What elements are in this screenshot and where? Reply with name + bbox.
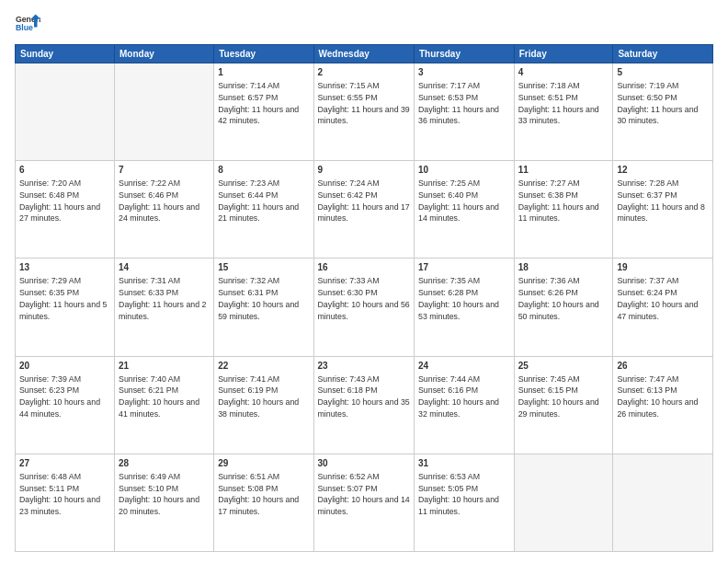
calendar-cell: 4Sunrise: 7:18 AMSunset: 6:51 PMDaylight… xyxy=(514,63,613,161)
calendar-week-4: 27Sunrise: 6:48 AMSunset: 5:11 PMDayligh… xyxy=(16,454,713,551)
calendar-cell: 24Sunrise: 7:44 AMSunset: 6:16 PMDayligh… xyxy=(414,356,514,454)
cell-info: Sunrise: 7:17 AMSunset: 6:53 PMDaylight:… xyxy=(418,80,510,127)
day-number: 27 xyxy=(19,457,110,470)
cell-info: Sunrise: 7:47 AMSunset: 6:13 PMDaylight:… xyxy=(617,373,709,420)
cell-info: Sunrise: 7:43 AMSunset: 6:18 PMDaylight:… xyxy=(318,373,410,420)
col-tuesday: Tuesday xyxy=(214,45,313,63)
calendar-cell: 30Sunrise: 6:52 AMSunset: 5:07 PMDayligh… xyxy=(313,454,414,551)
calendar-cell: 5Sunrise: 7:19 AMSunset: 6:50 PMDaylight… xyxy=(613,63,713,161)
cell-info: Sunrise: 7:23 AMSunset: 6:44 PMDaylight:… xyxy=(218,178,309,224)
cell-info: Sunrise: 7:36 AMSunset: 6:26 PMDaylight:… xyxy=(518,275,609,322)
day-number: 30 xyxy=(318,457,410,470)
col-sunday: Sunday xyxy=(16,45,115,63)
calendar-cell: 22Sunrise: 7:41 AMSunset: 6:19 PMDayligh… xyxy=(214,356,313,454)
day-number: 24 xyxy=(418,360,510,373)
calendar-week-2: 13Sunrise: 7:29 AMSunset: 6:35 PMDayligh… xyxy=(16,259,713,356)
cell-info: Sunrise: 7:14 AMSunset: 6:57 PMDaylight:… xyxy=(218,80,309,127)
cell-info: Sunrise: 7:20 AMSunset: 6:48 PMDaylight:… xyxy=(19,178,110,224)
day-number: 11 xyxy=(518,164,609,177)
cell-info: Sunrise: 7:40 AMSunset: 6:21 PMDaylight:… xyxy=(119,373,210,420)
calendar-cell: 18Sunrise: 7:36 AMSunset: 6:26 PMDayligh… xyxy=(514,259,613,356)
calendar-cell: 20Sunrise: 7:39 AMSunset: 6:23 PMDayligh… xyxy=(16,356,115,454)
col-monday: Monday xyxy=(115,45,214,63)
svg-text:Blue: Blue xyxy=(16,23,33,32)
logo-icon: General Blue xyxy=(15,11,40,37)
calendar-cell: 27Sunrise: 6:48 AMSunset: 5:11 PMDayligh… xyxy=(16,454,115,551)
cell-info: Sunrise: 7:18 AMSunset: 6:51 PMDaylight:… xyxy=(518,80,609,127)
calendar-cell xyxy=(613,454,713,551)
cell-info: Sunrise: 6:48 AMSunset: 5:11 PMDaylight:… xyxy=(19,471,110,518)
cell-info: Sunrise: 7:28 AMSunset: 6:37 PMDaylight:… xyxy=(617,178,709,224)
day-number: 18 xyxy=(518,261,609,274)
calendar-cell: 23Sunrise: 7:43 AMSunset: 6:18 PMDayligh… xyxy=(313,356,414,454)
day-number: 31 xyxy=(418,457,510,470)
day-number: 28 xyxy=(119,457,210,470)
cell-info: Sunrise: 7:41 AMSunset: 6:19 PMDaylight:… xyxy=(218,373,309,420)
col-friday: Friday xyxy=(514,45,613,63)
day-number: 6 xyxy=(19,164,110,177)
day-number: 16 xyxy=(318,261,410,274)
calendar-cell: 13Sunrise: 7:29 AMSunset: 6:35 PMDayligh… xyxy=(16,259,115,356)
logo: General Blue xyxy=(15,11,42,37)
calendar-week-3: 20Sunrise: 7:39 AMSunset: 6:23 PMDayligh… xyxy=(16,356,713,454)
day-number: 8 xyxy=(218,164,309,177)
calendar-week-0: 1Sunrise: 7:14 AMSunset: 6:57 PMDaylight… xyxy=(16,63,713,161)
calendar-cell: 1Sunrise: 7:14 AMSunset: 6:57 PMDaylight… xyxy=(214,63,313,161)
cell-info: Sunrise: 7:37 AMSunset: 6:24 PMDaylight:… xyxy=(617,275,709,322)
day-number: 4 xyxy=(518,66,609,79)
cell-info: Sunrise: 7:45 AMSunset: 6:15 PMDaylight:… xyxy=(518,373,609,420)
cell-info: Sunrise: 7:35 AMSunset: 6:28 PMDaylight:… xyxy=(418,275,510,322)
day-number: 9 xyxy=(318,164,410,177)
header: General Blue xyxy=(15,11,713,37)
cell-info: Sunrise: 7:15 AMSunset: 6:55 PMDaylight:… xyxy=(318,80,410,127)
day-number: 20 xyxy=(19,360,110,373)
day-number: 23 xyxy=(318,360,410,373)
cell-info: Sunrise: 6:52 AMSunset: 5:07 PMDaylight:… xyxy=(318,471,410,518)
calendar-cell: 26Sunrise: 7:47 AMSunset: 6:13 PMDayligh… xyxy=(613,356,713,454)
calendar-cell xyxy=(514,454,613,551)
calendar-cell xyxy=(115,63,214,161)
day-number: 7 xyxy=(119,164,210,177)
calendar-cell: 15Sunrise: 7:32 AMSunset: 6:31 PMDayligh… xyxy=(214,259,313,356)
day-number: 25 xyxy=(518,360,609,373)
calendar-cell: 9Sunrise: 7:24 AMSunset: 6:42 PMDaylight… xyxy=(313,161,414,259)
calendar-week-1: 6Sunrise: 7:20 AMSunset: 6:48 PMDaylight… xyxy=(16,161,713,259)
day-number: 22 xyxy=(218,360,309,373)
calendar-cell: 10Sunrise: 7:25 AMSunset: 6:40 PMDayligh… xyxy=(414,161,514,259)
calendar-cell: 17Sunrise: 7:35 AMSunset: 6:28 PMDayligh… xyxy=(414,259,514,356)
calendar-cell: 31Sunrise: 6:53 AMSunset: 5:05 PMDayligh… xyxy=(414,454,514,551)
calendar-cell: 7Sunrise: 7:22 AMSunset: 6:46 PMDaylight… xyxy=(115,161,214,259)
calendar-cell: 29Sunrise: 6:51 AMSunset: 5:08 PMDayligh… xyxy=(214,454,313,551)
cell-info: Sunrise: 7:27 AMSunset: 6:38 PMDaylight:… xyxy=(518,178,609,224)
calendar-cell: 25Sunrise: 7:45 AMSunset: 6:15 PMDayligh… xyxy=(514,356,613,454)
cell-info: Sunrise: 7:39 AMSunset: 6:23 PMDaylight:… xyxy=(19,373,110,420)
cell-info: Sunrise: 6:51 AMSunset: 5:08 PMDaylight:… xyxy=(218,471,309,518)
cell-info: Sunrise: 7:44 AMSunset: 6:16 PMDaylight:… xyxy=(418,373,510,420)
day-number: 17 xyxy=(418,261,510,274)
day-number: 15 xyxy=(218,261,309,274)
calendar-cell: 12Sunrise: 7:28 AMSunset: 6:37 PMDayligh… xyxy=(613,161,713,259)
calendar-cell: 2Sunrise: 7:15 AMSunset: 6:55 PMDaylight… xyxy=(313,63,414,161)
calendar-cell: 3Sunrise: 7:17 AMSunset: 6:53 PMDaylight… xyxy=(414,63,514,161)
day-number: 1 xyxy=(218,66,309,79)
col-thursday: Thursday xyxy=(414,45,514,63)
calendar-cell: 19Sunrise: 7:37 AMSunset: 6:24 PMDayligh… xyxy=(613,259,713,356)
calendar-cell: 8Sunrise: 7:23 AMSunset: 6:44 PMDaylight… xyxy=(214,161,313,259)
day-number: 19 xyxy=(617,261,709,274)
cell-info: Sunrise: 6:53 AMSunset: 5:05 PMDaylight:… xyxy=(418,471,510,518)
day-number: 2 xyxy=(318,66,410,79)
calendar-body: 1Sunrise: 7:14 AMSunset: 6:57 PMDaylight… xyxy=(16,63,713,552)
calendar-cell: 16Sunrise: 7:33 AMSunset: 6:30 PMDayligh… xyxy=(313,259,414,356)
day-number: 26 xyxy=(617,360,709,373)
cell-info: Sunrise: 7:33 AMSunset: 6:30 PMDaylight:… xyxy=(318,275,410,322)
calendar-cell xyxy=(16,63,115,161)
calendar-cell: 14Sunrise: 7:31 AMSunset: 6:33 PMDayligh… xyxy=(115,259,214,356)
day-number: 12 xyxy=(617,164,709,177)
day-number: 3 xyxy=(418,66,510,79)
cell-info: Sunrise: 7:25 AMSunset: 6:40 PMDaylight:… xyxy=(418,178,510,224)
day-number: 10 xyxy=(418,164,510,177)
cell-info: Sunrise: 7:29 AMSunset: 6:35 PMDaylight:… xyxy=(19,275,110,322)
calendar-cell: 21Sunrise: 7:40 AMSunset: 6:21 PMDayligh… xyxy=(115,356,214,454)
calendar-cell: 6Sunrise: 7:20 AMSunset: 6:48 PMDaylight… xyxy=(16,161,115,259)
cell-info: Sunrise: 7:22 AMSunset: 6:46 PMDaylight:… xyxy=(119,178,210,224)
